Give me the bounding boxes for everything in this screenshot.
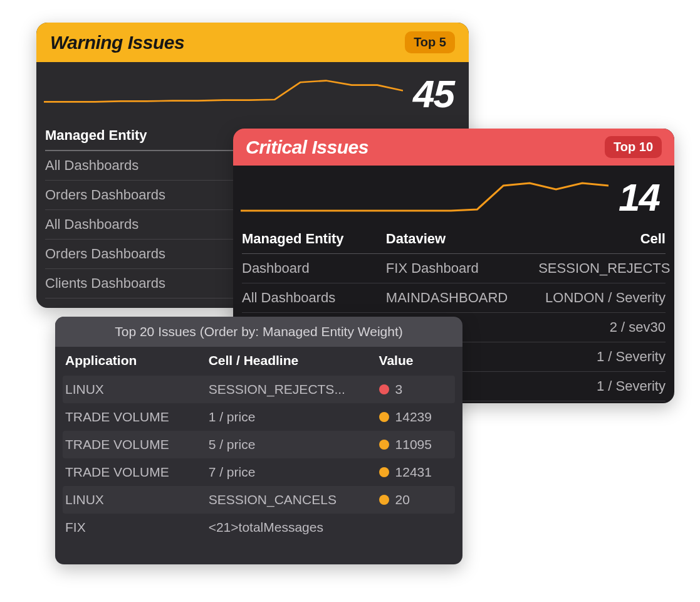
cell-headline: 5 / price (209, 437, 379, 452)
cell-app: TRADE VOLUME (65, 465, 209, 480)
critical-count: 14 (609, 175, 659, 219)
table-row[interactable]: LINUX SESSION_CANCELS 20 (63, 486, 455, 514)
critical-table-header: Managed Entity Dataview Cell (242, 226, 666, 254)
cell-cell: 1 / Severity (538, 378, 666, 394)
critical-sparkline (241, 172, 609, 222)
value-text: 11095 (395, 437, 432, 452)
cell-value: 20 (379, 492, 452, 507)
table-row[interactable]: TRADE VOLUME 5 / price 11095 (63, 431, 455, 458)
cell-cell: LONDON / Severity (538, 290, 666, 306)
cell-value: 14239 (379, 409, 452, 425)
critical-title: Critical Issues (246, 137, 368, 158)
cell-app: FIX (65, 520, 209, 535)
warning-sparkline (44, 68, 403, 119)
status-dot-icon (379, 384, 389, 394)
critical-chart-row: 14 (233, 166, 674, 226)
cell-app: LINUX (65, 492, 209, 507)
critical-top-badge[interactable]: Top 10 (605, 136, 662, 158)
table-row[interactable]: Dashboard FIX Dashboard SESSION_REJECTS (242, 254, 666, 283)
cell-value: 3 (379, 382, 452, 397)
cell-app: TRADE VOLUME (65, 409, 209, 425)
cell-cell: SESSION_REJECTS (538, 260, 666, 277)
warning-chart-row: 45 (36, 62, 469, 122)
warning-count: 45 (403, 71, 454, 116)
col-managed-entity: Managed Entity (242, 231, 386, 247)
status-dot-icon (379, 467, 389, 477)
table-row[interactable]: TRADE VOLUME 1 / price 14239 (63, 403, 455, 431)
col-cell: Cell (538, 231, 666, 247)
value-text: 14239 (395, 409, 432, 425)
cell-headline: 1 / price (209, 409, 379, 425)
value-text: 12431 (395, 465, 432, 480)
cell-entity: Dashboard (242, 260, 386, 277)
top-issues-title: Top 20 Issues (Order by: Managed Entity … (55, 317, 462, 347)
warning-top-badge[interactable]: Top 5 (405, 31, 455, 53)
table-row[interactable]: FIX <21>totalMessages (63, 514, 455, 541)
issues-table-header: Application Cell / Headline Value (63, 347, 455, 376)
cell-app: LINUX (65, 382, 209, 397)
col-cell-headline: Cell / Headline (209, 353, 379, 368)
status-dot-icon (379, 495, 389, 505)
cell-dataview: FIX Dashboard (386, 260, 538, 277)
cell-value: 12431 (379, 465, 452, 480)
cell-entity: All Dashboards (242, 290, 386, 306)
warning-header: Warning Issues Top 5 (36, 23, 469, 62)
cell-value: 11095 (379, 437, 452, 452)
top-issues-card: Top 20 Issues (Order by: Managed Entity … (55, 317, 462, 564)
value-text: 3 (395, 382, 403, 397)
table-row[interactable]: All Dashboards MAINDASHBOARD LONDON / Se… (242, 283, 666, 313)
status-dot-icon (379, 440, 389, 450)
cell-headline: SESSION_REJECTS... (209, 382, 379, 397)
col-dataview: Dataview (386, 231, 538, 247)
cell-cell: 2 / sev30 (538, 319, 666, 335)
col-application: Application (65, 353, 209, 368)
issues-table: Application Cell / Headline Value LINUX … (55, 347, 462, 546)
critical-header: Critical Issues Top 10 (233, 129, 674, 166)
value-text: 20 (395, 492, 410, 507)
cell-headline: <21>totalMessages (209, 520, 379, 535)
col-value: Value (379, 353, 452, 368)
cell-cell: 1 / Severity (538, 349, 666, 365)
cell-app: TRADE VOLUME (65, 437, 209, 452)
warning-title: Warning Issues (50, 32, 184, 53)
table-row[interactable]: LINUX SESSION_REJECTS... 3 (63, 376, 455, 403)
cell-headline: 7 / price (209, 465, 379, 480)
cell-dataview: MAINDASHBOARD (386, 290, 538, 306)
table-row[interactable]: TRADE VOLUME 7 / price 12431 (63, 458, 455, 486)
cell-headline: SESSION_CANCELS (209, 492, 379, 507)
status-dot-icon (379, 412, 389, 422)
